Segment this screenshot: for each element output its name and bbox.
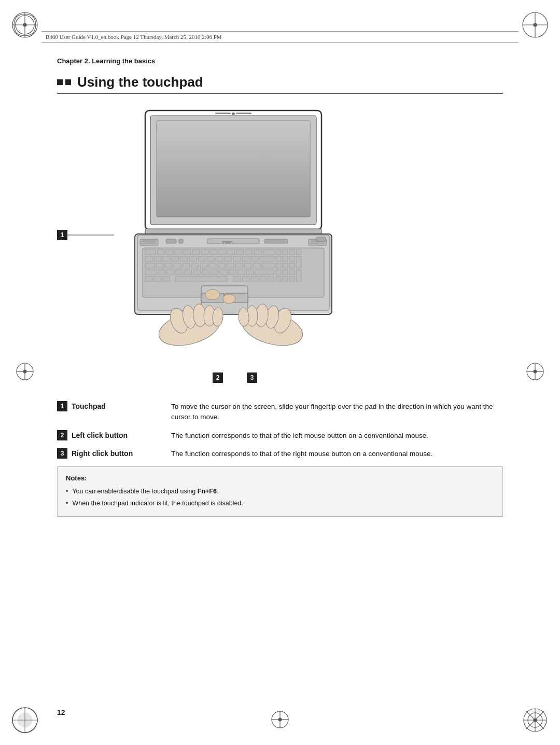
svg-rect-37 (236, 113, 251, 114)
item-1-num: 1 (57, 401, 67, 411)
svg-rect-101 (227, 263, 234, 268)
svg-rect-122 (276, 270, 281, 275)
svg-rect-84 (233, 256, 241, 261)
item-1-title: Touchpad (72, 402, 106, 410)
item-3-desc: The function corresponds to that of the … (171, 448, 503, 459)
svg-rect-124 (289, 270, 295, 275)
notes-bullet-1: • (66, 486, 68, 496)
svg-rect-57 (157, 250, 164, 255)
svg-rect-128 (163, 277, 170, 282)
svg-rect-50 (166, 239, 176, 243)
item-1-row: 1 Touchpad To move the cursor on the scr… (57, 401, 503, 423)
svg-rect-54 (264, 239, 288, 243)
svg-rect-76 (163, 256, 170, 261)
svg-rect-130 (233, 277, 241, 282)
svg-rect-63 (210, 250, 217, 255)
page: B460 User Guide V1.0_en.book Page 12 Thu… (0, 0, 560, 745)
bottom-center-mark (270, 709, 290, 732)
svg-rect-116 (211, 270, 218, 275)
svg-rect-56 (145, 250, 156, 255)
svg-point-156 (223, 294, 235, 303)
page-number: 12 (57, 708, 65, 716)
svg-rect-85 (242, 256, 249, 261)
section-dot-2 (65, 79, 71, 85)
svg-rect-97 (191, 263, 199, 268)
svg-rect-136 (283, 277, 288, 282)
svg-rect-93 (156, 263, 163, 268)
item-3-label: 3 Right click button (57, 448, 171, 459)
svg-rect-75 (154, 256, 161, 261)
svg-rect-135 (276, 277, 281, 282)
callout-num-1: 1 (57, 230, 67, 240)
header-text: B460 User Guide V1.0_en.book Page 12 Thu… (46, 34, 222, 40)
svg-rect-129 (175, 277, 227, 282)
svg-rect-66 (236, 250, 244, 255)
svg-rect-71 (283, 250, 288, 255)
svg-rect-64 (219, 250, 226, 255)
notes-text-2: When the touchpad indicator is lit, the … (72, 498, 243, 508)
svg-rect-109 (145, 270, 157, 275)
svg-rect-86 (251, 256, 258, 261)
svg-rect-111 (167, 270, 174, 275)
item-2-title: Left click button (72, 431, 128, 439)
svg-rect-119 (237, 270, 245, 275)
svg-rect-95 (174, 263, 181, 268)
svg-rect-72 (289, 250, 295, 255)
section-title: Using the touchpad (57, 74, 503, 94)
svg-rect-99 (209, 263, 216, 268)
svg-rect-67 (245, 250, 253, 255)
notes-title: Notes: (66, 473, 494, 484)
svg-text:lenovo: lenovo (222, 240, 233, 244)
corner-mark-br (520, 705, 551, 736)
svg-rect-51 (179, 239, 183, 243)
svg-rect-35 (232, 113, 235, 115)
svg-rect-81 (207, 256, 214, 261)
corner-mark-tr (520, 9, 551, 40)
notes-item-1: • You can enable/disable the touchpad us… (66, 486, 494, 496)
svg-rect-125 (296, 270, 301, 282)
svg-rect-142 (316, 237, 326, 241)
callout-bottom-group: 2 3 (213, 373, 257, 383)
svg-rect-61 (192, 250, 200, 255)
svg-rect-77 (172, 256, 179, 261)
section-dot-1 (57, 79, 63, 85)
svg-rect-68 (254, 250, 261, 255)
item-3-num: 3 (57, 448, 67, 459)
svg-rect-74 (145, 256, 152, 261)
svg-rect-98 (200, 263, 207, 268)
item-3-row: 3 Right click button The function corres… (57, 448, 503, 459)
item-2-num: 2 (57, 430, 67, 440)
chapter-heading: Chapter 2. Learning the basics (57, 57, 503, 65)
callout-num-2: 2 (213, 373, 223, 383)
svg-rect-92 (145, 263, 155, 268)
svg-rect-70 (276, 250, 281, 255)
svg-rect-82 (216, 256, 223, 261)
section-dots (57, 79, 71, 85)
svg-rect-60 (184, 250, 191, 255)
svg-rect-117 (220, 270, 227, 275)
svg-rect-78 (180, 256, 188, 261)
svg-rect-103 (244, 263, 251, 268)
svg-rect-65 (228, 250, 235, 255)
svg-rect-52 (207, 239, 259, 244)
notes-item-2: • When the touchpad indicator is lit, th… (66, 498, 494, 508)
svg-rect-34 (157, 121, 310, 217)
laptop-illustration: 1 (57, 105, 503, 385)
svg-rect-108 (289, 263, 295, 268)
svg-rect-131 (242, 277, 249, 282)
svg-rect-106 (276, 263, 281, 268)
svg-rect-118 (229, 270, 236, 275)
item-2-desc: The function corresponds to that of the … (171, 430, 503, 441)
side-mark-left (15, 361, 35, 384)
svg-rect-112 (176, 270, 183, 275)
svg-rect-94 (165, 263, 172, 268)
svg-rect-91 (296, 256, 301, 268)
svg-rect-115 (202, 270, 209, 275)
svg-rect-114 (193, 270, 201, 275)
svg-rect-79 (189, 256, 197, 261)
svg-rect-120 (246, 270, 254, 275)
svg-rect-90 (289, 256, 295, 261)
svg-rect-88 (276, 256, 281, 261)
svg-rect-137 (289, 277, 295, 282)
side-mark-right (525, 361, 545, 384)
